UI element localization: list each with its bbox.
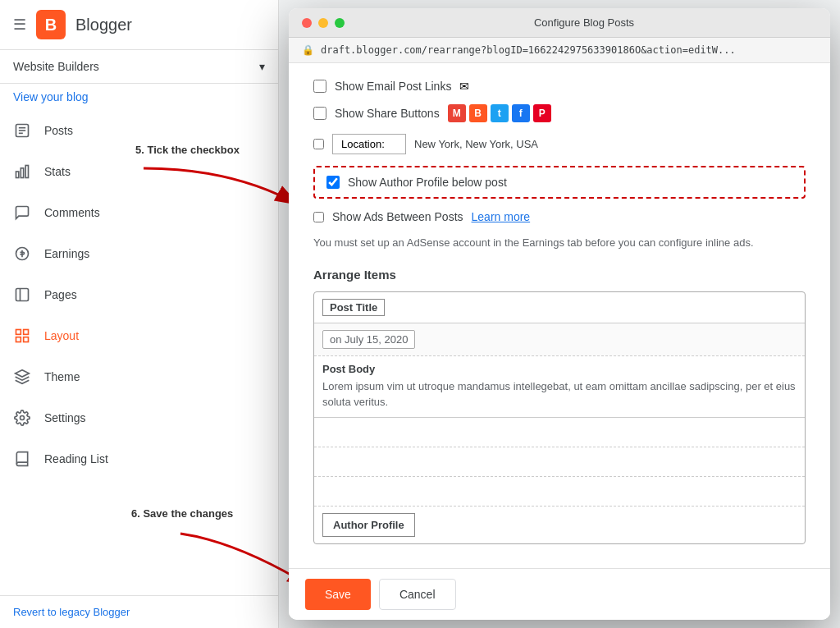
- sidebar-item-comments[interactable]: Comments: [0, 192, 278, 233]
- svg-rect-5: [21, 168, 23, 178]
- modal-titlebar: Configure Blog Posts: [289, 8, 830, 38]
- sidebar-item-label-posts: Posts: [44, 124, 73, 137]
- svg-rect-11: [24, 330, 29, 335]
- modal-content: Show Email Post Links ✉ Show Share Butto…: [289, 63, 830, 568]
- facebook-icon: f: [512, 104, 530, 122]
- blogger-title: Blogger: [75, 16, 132, 34]
- arrange-container: Post Title on July 15, 2020 Post Body Lo…: [313, 291, 806, 544]
- location-checkbox[interactable]: [313, 139, 324, 149]
- post-body-label: Post Body: [322, 363, 797, 375]
- post-body-row: Post Body Lorem ipsum vim ut utroque man…: [314, 356, 805, 418]
- modal-window: Configure Blog Posts 🔒 draft.blogger.com…: [289, 8, 830, 620]
- view-blog-link[interactable]: View your blog: [0, 84, 278, 110]
- learn-more-link[interactable]: Learn more: [472, 210, 531, 223]
- svg-rect-10: [16, 330, 21, 335]
- author-profile-item: Author Profile: [322, 513, 415, 537]
- pages-icon: [13, 286, 31, 304]
- sidebar-item-label-settings: Settings: [44, 411, 86, 424]
- sidebar-item-earnings[interactable]: Earnings: [0, 233, 278, 274]
- earnings-icon: [13, 245, 31, 263]
- author-profile-option-row: Show Author Profile below post: [313, 166, 806, 199]
- email-links-checkbox[interactable]: [313, 80, 326, 93]
- location-value: New York, New York, USA: [414, 138, 538, 150]
- website-builders-dropdown[interactable]: Website Builders ▾: [0, 50, 278, 84]
- post-body-text: Lorem ipsum vim ut utroque mandamus inte…: [322, 378, 797, 410]
- email-links-label: Show Email Post Links: [335, 80, 451, 93]
- modal-title: Configure Blog Posts: [351, 16, 817, 29]
- location-label-box: Location:: [332, 134, 406, 154]
- chevron-down-icon: ▾: [259, 60, 265, 73]
- sidebar-item-label-stats: Stats: [44, 165, 71, 178]
- arrange-title: Arrange Items: [313, 268, 806, 282]
- modal-footer: Save Cancel: [289, 568, 830, 620]
- share-buttons-checkbox[interactable]: [313, 107, 326, 120]
- share-buttons-row: Show Share Buttons M B t f P: [313, 104, 806, 122]
- save-button[interactable]: Save: [305, 579, 371, 610]
- sidebar-item-reading-list[interactable]: Reading List: [0, 438, 278, 479]
- theme-icon: [13, 368, 31, 386]
- sidebar-item-pages[interactable]: Pages: [0, 274, 278, 315]
- sidebar-item-settings[interactable]: Settings: [0, 397, 278, 438]
- step5-label: 5. Tick the checkbox: [135, 144, 240, 156]
- twitter-icon: t: [491, 104, 509, 122]
- svg-rect-13: [24, 337, 29, 342]
- settings-icon: [13, 409, 31, 427]
- maximize-button[interactable]: [335, 18, 345, 28]
- sidebar-header: ☰ B Blogger: [0, 0, 278, 50]
- url-bar: 🔒 draft.blogger.com/rearrange?blogID=166…: [289, 38, 830, 63]
- sidebar: ☰ B Blogger Website Builders ▾ View your…: [0, 0, 279, 628]
- author-profile-label: Show Author Profile below post: [348, 176, 507, 189]
- comments-icon: [13, 204, 31, 222]
- sidebar-item-theme[interactable]: Theme: [0, 356, 278, 397]
- location-row: Location: New York, New York, USA: [313, 134, 806, 154]
- layout-icon: [13, 327, 31, 345]
- post-title-item: Post Title: [322, 299, 385, 316]
- step6-label: 6. Save the changes: [131, 507, 233, 520]
- ads-row: Show Ads Between Posts Learn more: [313, 210, 806, 223]
- sidebar-item-label-theme: Theme: [44, 370, 80, 383]
- url-text: draft.blogger.com/rearrange?blogID=16622…: [321, 44, 736, 56]
- svg-rect-6: [25, 166, 28, 178]
- svg-rect-9: [16, 289, 29, 301]
- revert-legacy-link[interactable]: Revert to legacy Blogger: [0, 595, 278, 628]
- minimize-button[interactable]: [318, 18, 328, 28]
- posts-icon: [13, 121, 31, 140]
- sidebar-item-stats[interactable]: Stats: [0, 151, 278, 192]
- reading-list-icon: [13, 450, 31, 468]
- sidebar-item-label-layout: Layout: [44, 329, 79, 342]
- date-row: on July 15, 2020: [314, 323, 805, 356]
- post-title-row: Post Title: [314, 292, 805, 323]
- empty-row-1: [314, 418, 805, 447]
- lock-icon: 🔒: [302, 44, 314, 56]
- sidebar-item-label-reading-list: Reading List: [44, 452, 108, 465]
- share-buttons-label: Show Share Buttons: [335, 107, 440, 120]
- email-links-row: Show Email Post Links ✉: [313, 80, 806, 93]
- empty-row-3: [314, 477, 805, 507]
- email-icon: ✉: [459, 80, 469, 93]
- empty-row-2: [314, 447, 805, 477]
- svg-rect-12: [16, 337, 21, 342]
- author-profile-row: Author Profile: [314, 507, 805, 543]
- pinterest-icon: P: [533, 104, 551, 122]
- sidebar-item-layout[interactable]: Layout: [0, 315, 278, 356]
- ads-label: Show Ads Between Posts: [332, 210, 463, 223]
- svg-rect-4: [16, 172, 19, 178]
- sidebar-item-label-comments: Comments: [44, 206, 100, 219]
- hamburger-icon[interactable]: ☰: [13, 16, 26, 34]
- adsense-note: You must set up an AdSense account in th…: [313, 235, 806, 251]
- ads-checkbox[interactable]: [313, 212, 324, 222]
- close-button[interactable]: [302, 18, 312, 28]
- social-icons-group: M B t f P: [448, 104, 551, 122]
- sidebar-item-label-pages: Pages: [44, 288, 77, 301]
- website-builders-label: Website Builders: [13, 60, 99, 73]
- sidebar-item-label-earnings: Earnings: [44, 247, 89, 260]
- gmail-icon: M: [448, 104, 466, 122]
- blogger-icon: B: [469, 104, 487, 122]
- cancel-button[interactable]: Cancel: [379, 579, 456, 610]
- author-profile-checkbox[interactable]: [326, 176, 340, 189]
- stats-icon: [13, 163, 31, 181]
- date-item: on July 15, 2020: [322, 330, 415, 349]
- svg-point-14: [21, 416, 25, 420]
- blogger-logo: B: [36, 10, 66, 39]
